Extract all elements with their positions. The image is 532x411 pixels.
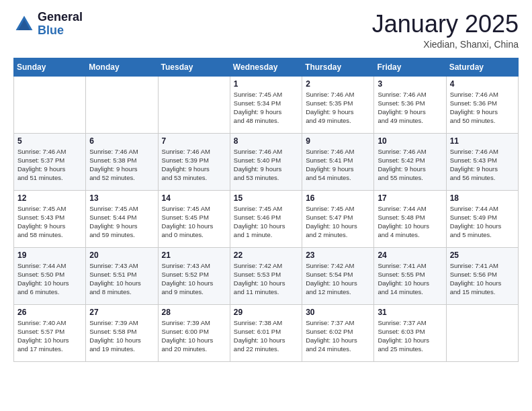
calendar-cell: 28Sunrise: 7:39 AM Sunset: 6:00 PM Dayli… — [158, 304, 230, 361]
day-number: 26 — [17, 308, 82, 317]
calendar-cell: 11Sunrise: 7:46 AM Sunset: 5:43 PM Dayli… — [446, 133, 518, 190]
day-number: 31 — [378, 308, 442, 317]
logo-blue: Blue — [38, 24, 83, 38]
day-number: 14 — [162, 193, 226, 203]
day-header-saturday: Saturday — [446, 58, 518, 76]
day-detail: Sunrise: 7:40 AM Sunset: 5:57 PM Dayligh… — [17, 318, 82, 354]
day-detail: Sunrise: 7:41 AM Sunset: 5:55 PM Dayligh… — [378, 261, 442, 297]
month-title: January 2025 — [372, 11, 519, 38]
calendar-cell — [86, 76, 158, 133]
day-number: 7 — [162, 136, 226, 146]
day-number: 8 — [234, 136, 298, 146]
day-header-sunday: Sunday — [14, 58, 86, 76]
calendar-cell: 21Sunrise: 7:43 AM Sunset: 5:52 PM Dayli… — [158, 247, 230, 304]
day-number: 16 — [306, 193, 370, 203]
calendar-cell — [446, 304, 518, 361]
calendar-cell: 1Sunrise: 7:45 AM Sunset: 5:34 PM Daylig… — [230, 76, 302, 133]
day-number: 1 — [234, 79, 298, 89]
day-detail: Sunrise: 7:44 AM Sunset: 5:50 PM Dayligh… — [17, 261, 82, 297]
week-row-0: 1Sunrise: 7:45 AM Sunset: 5:34 PM Daylig… — [14, 76, 519, 133]
calendar-cell: 30Sunrise: 7:37 AM Sunset: 6:02 PM Dayli… — [302, 304, 374, 361]
logo-icon — [13, 13, 35, 35]
calendar-cell: 16Sunrise: 7:45 AM Sunset: 5:47 PM Dayli… — [302, 190, 374, 247]
calendar-cell: 3Sunrise: 7:46 AM Sunset: 5:36 PM Daylig… — [374, 76, 446, 133]
day-number: 24 — [378, 250, 442, 260]
title-block: January 2025 Xiedian, Shanxi, China — [372, 11, 519, 50]
day-header-row: SundayMondayTuesdayWednesdayThursdayFrid… — [14, 58, 519, 76]
day-detail: Sunrise: 7:46 AM Sunset: 5:36 PM Dayligh… — [450, 90, 515, 126]
week-row-3: 19Sunrise: 7:44 AM Sunset: 5:50 PM Dayli… — [14, 247, 519, 304]
calendar-cell: 8Sunrise: 7:46 AM Sunset: 5:40 PM Daylig… — [230, 133, 302, 190]
day-detail: Sunrise: 7:46 AM Sunset: 5:39 PM Dayligh… — [162, 147, 226, 183]
calendar: SundayMondayTuesdayWednesdayThursdayFrid… — [13, 58, 519, 362]
calendar-cell: 5Sunrise: 7:46 AM Sunset: 5:37 PM Daylig… — [14, 133, 86, 190]
day-number: 27 — [89, 308, 154, 317]
day-number: 22 — [234, 250, 298, 260]
calendar-cell: 15Sunrise: 7:45 AM Sunset: 5:46 PM Dayli… — [230, 190, 302, 247]
day-detail: Sunrise: 7:45 AM Sunset: 5:43 PM Dayligh… — [17, 204, 82, 240]
header: General Blue January 2025 Xiedian, Shanx… — [13, 11, 519, 50]
location: Xiedian, Shanxi, China — [372, 39, 519, 50]
day-detail: Sunrise: 7:44 AM Sunset: 5:48 PM Dayligh… — [378, 204, 442, 240]
day-detail: Sunrise: 7:37 AM Sunset: 6:03 PM Dayligh… — [378, 318, 442, 354]
day-number: 10 — [378, 136, 442, 146]
calendar-cell: 26Sunrise: 7:40 AM Sunset: 5:57 PM Dayli… — [14, 304, 86, 361]
day-number: 28 — [162, 308, 226, 317]
calendar-cell: 22Sunrise: 7:42 AM Sunset: 5:53 PM Dayli… — [230, 247, 302, 304]
day-detail: Sunrise: 7:46 AM Sunset: 5:35 PM Dayligh… — [306, 90, 370, 126]
calendar-cell — [14, 76, 86, 133]
calendar-cell: 18Sunrise: 7:44 AM Sunset: 5:49 PM Dayli… — [446, 190, 518, 247]
calendar-cell: 20Sunrise: 7:43 AM Sunset: 5:51 PM Dayli… — [86, 247, 158, 304]
day-number: 15 — [234, 193, 298, 203]
day-number: 23 — [306, 250, 370, 260]
logo: General Blue — [13, 11, 83, 38]
day-header-friday: Friday — [374, 58, 446, 76]
day-detail: Sunrise: 7:39 AM Sunset: 6:00 PM Dayligh… — [162, 318, 226, 354]
logo-general: General — [38, 11, 83, 24]
calendar-cell: 19Sunrise: 7:44 AM Sunset: 5:50 PM Dayli… — [14, 247, 86, 304]
day-detail: Sunrise: 7:46 AM Sunset: 5:42 PM Dayligh… — [378, 147, 442, 183]
calendar-cell: 7Sunrise: 7:46 AM Sunset: 5:39 PM Daylig… — [158, 133, 230, 190]
calendar-cell: 2Sunrise: 7:46 AM Sunset: 5:35 PM Daylig… — [302, 76, 374, 133]
calendar-cell: 4Sunrise: 7:46 AM Sunset: 5:36 PM Daylig… — [446, 76, 518, 133]
logo-text: General Blue — [38, 11, 83, 38]
calendar-cell: 12Sunrise: 7:45 AM Sunset: 5:43 PM Dayli… — [14, 190, 86, 247]
day-number: 4 — [450, 79, 515, 89]
week-row-4: 26Sunrise: 7:40 AM Sunset: 5:57 PM Dayli… — [14, 304, 519, 361]
day-header-wednesday: Wednesday — [230, 58, 302, 76]
day-number: 2 — [306, 79, 370, 89]
calendar-cell: 17Sunrise: 7:44 AM Sunset: 5:48 PM Dayli… — [374, 190, 446, 247]
day-number: 29 — [234, 308, 298, 317]
week-row-1: 5Sunrise: 7:46 AM Sunset: 5:37 PM Daylig… — [14, 133, 519, 190]
day-detail: Sunrise: 7:46 AM Sunset: 5:43 PM Dayligh… — [450, 147, 515, 183]
day-number: 30 — [306, 308, 370, 317]
day-number: 18 — [450, 193, 515, 203]
page: General Blue January 2025 Xiedian, Shanx… — [0, 0, 532, 411]
day-detail: Sunrise: 7:42 AM Sunset: 5:53 PM Dayligh… — [234, 261, 298, 297]
day-detail: Sunrise: 7:46 AM Sunset: 5:41 PM Dayligh… — [306, 147, 370, 183]
day-header-tuesday: Tuesday — [158, 58, 230, 76]
day-detail: Sunrise: 7:46 AM Sunset: 5:36 PM Dayligh… — [378, 90, 442, 126]
day-number: 11 — [450, 136, 515, 146]
day-number: 6 — [89, 136, 154, 146]
calendar-cell: 25Sunrise: 7:41 AM Sunset: 5:56 PM Dayli… — [446, 247, 518, 304]
week-row-2: 12Sunrise: 7:45 AM Sunset: 5:43 PM Dayli… — [14, 190, 519, 247]
day-detail: Sunrise: 7:45 AM Sunset: 5:45 PM Dayligh… — [162, 204, 226, 240]
day-detail: Sunrise: 7:38 AM Sunset: 6:01 PM Dayligh… — [234, 318, 298, 354]
calendar-header: SundayMondayTuesdayWednesdayThursdayFrid… — [14, 58, 519, 76]
day-detail: Sunrise: 7:45 AM Sunset: 5:44 PM Dayligh… — [89, 204, 154, 240]
day-number: 21 — [162, 250, 226, 260]
day-detail: Sunrise: 7:39 AM Sunset: 5:58 PM Dayligh… — [89, 318, 154, 354]
calendar-cell: 13Sunrise: 7:45 AM Sunset: 5:44 PM Dayli… — [86, 190, 158, 247]
calendar-cell: 6Sunrise: 7:46 AM Sunset: 5:38 PM Daylig… — [86, 133, 158, 190]
day-detail: Sunrise: 7:45 AM Sunset: 5:47 PM Dayligh… — [306, 204, 370, 240]
day-detail: Sunrise: 7:46 AM Sunset: 5:40 PM Dayligh… — [234, 147, 298, 183]
day-number: 13 — [89, 193, 154, 203]
day-number: 3 — [378, 79, 442, 89]
calendar-cell — [158, 76, 230, 133]
day-detail: Sunrise: 7:45 AM Sunset: 5:46 PM Dayligh… — [234, 204, 298, 240]
calendar-cell: 14Sunrise: 7:45 AM Sunset: 5:45 PM Dayli… — [158, 190, 230, 247]
day-number: 9 — [306, 136, 370, 146]
day-detail: Sunrise: 7:45 AM Sunset: 5:34 PM Dayligh… — [234, 90, 298, 126]
day-detail: Sunrise: 7:42 AM Sunset: 5:54 PM Dayligh… — [306, 261, 370, 297]
